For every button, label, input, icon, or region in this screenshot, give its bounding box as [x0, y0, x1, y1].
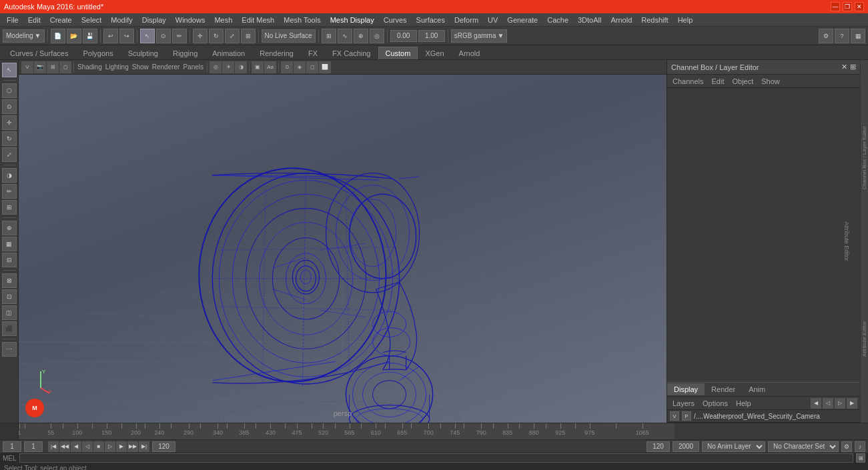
- anim-layer-dropdown[interactable]: No Anim Layer: [702, 441, 765, 452]
- help-button[interactable]: ?: [835, 29, 849, 43]
- open-file-button[interactable]: 📂: [67, 29, 81, 43]
- tab-anim[interactable]: Anim: [742, 383, 772, 395]
- paint-button[interactable]: ✏: [172, 29, 187, 43]
- menu-cache[interactable]: Cache: [543, 15, 572, 25]
- channel-tool[interactable]: ⊠: [2, 273, 17, 288]
- attribute-editor-vert-tab[interactable]: Attribute Editor: [861, 321, 867, 357]
- maximize-button[interactable]: ❐: [843, 2, 852, 11]
- rotate-tool[interactable]: ↻: [2, 131, 17, 146]
- select-tool-button[interactable]: ↖: [140, 29, 155, 43]
- start-frame-input[interactable]: [3, 441, 21, 452]
- snap-point-button[interactable]: ⊕: [354, 29, 368, 43]
- save-file-button[interactable]: 💾: [83, 29, 97, 43]
- layer-playback-button[interactable]: P: [682, 411, 691, 421]
- universal-button[interactable]: ⊞: [241, 29, 256, 43]
- render-tool[interactable]: ⬛: [2, 321, 17, 336]
- vp-menu-show[interactable]: Show: [131, 63, 150, 71]
- viewport[interactable]: V 📷 ⊞ ◻ Shading Lighting Show Renderer P…: [19, 60, 667, 423]
- vp-grid-btn[interactable]: ⊞: [47, 61, 59, 73]
- settings-button[interactable]: ⚙: [819, 29, 833, 43]
- viewport-canvas[interactable]: persp M Y X: [19, 75, 667, 423]
- sculpt-tool[interactable]: ✏: [2, 184, 17, 199]
- tab-fx-caching[interactable]: FX Caching: [325, 47, 378, 59]
- next-frame-button[interactable]: ▶▶: [127, 441, 138, 452]
- vp-menu-shading[interactable]: Shading: [76, 63, 103, 71]
- vp-aa-btn[interactable]: Aa: [264, 61, 276, 73]
- channel-menu-show[interactable]: Show: [759, 77, 783, 85]
- script-editor-button[interactable]: ⊞: [856, 453, 865, 463]
- redo-button[interactable]: ↪: [119, 29, 134, 43]
- mel-input[interactable]: [19, 453, 853, 463]
- tab-polygons[interactable]: Polygons: [75, 47, 120, 59]
- new-file-button[interactable]: 📄: [51, 29, 65, 43]
- tab-arnold[interactable]: Arnold: [452, 47, 488, 59]
- select-tool[interactable]: ↖: [2, 63, 17, 77]
- vp-wireframe-btn[interactable]: ◻: [59, 61, 71, 73]
- layout-tool[interactable]: ⊟: [2, 253, 17, 267]
- paint-select-tool[interactable]: ⬡: [2, 83, 17, 98]
- tab-curves-surfaces[interactable]: Curves / Surfaces: [3, 47, 75, 59]
- menu-edit[interactable]: Edit: [24, 15, 45, 25]
- display-tool[interactable]: ◫: [2, 305, 17, 320]
- tab-animation[interactable]: Animation: [205, 47, 252, 59]
- layers-menu-help[interactable]: Help: [733, 399, 754, 407]
- move-button[interactable]: ✛: [193, 29, 207, 43]
- tab-xgen[interactable]: XGen: [418, 47, 451, 59]
- menu-3dtoall[interactable]: 3DtoAll: [574, 15, 605, 25]
- layers-menu-layers[interactable]: Layers: [670, 399, 697, 407]
- right-panel-resize-icon[interactable]: ⊞: [850, 63, 856, 71]
- menu-arnold[interactable]: Arnold: [606, 15, 636, 25]
- next-key-button[interactable]: ▶: [116, 441, 127, 452]
- tab-display[interactable]: Display: [667, 383, 705, 395]
- vp-xray-btn[interactable]: ◈: [294, 61, 306, 73]
- snap-tool[interactable]: ⊕: [2, 221, 17, 235]
- audio-button[interactable]: ♪: [855, 441, 865, 452]
- channel-menu-object[interactable]: Object: [729, 77, 756, 85]
- vp-shadow-btn[interactable]: ◑: [235, 61, 247, 73]
- menu-help[interactable]: Help: [674, 15, 697, 25]
- soft-mod-tool[interactable]: ◑: [2, 168, 17, 183]
- menu-mesh-display[interactable]: Mesh Display: [326, 15, 378, 25]
- vp-display-btn[interactable]: ◎: [209, 61, 222, 73]
- menu-uv[interactable]: UV: [484, 15, 502, 25]
- lasso-button[interactable]: ⊙: [156, 29, 171, 43]
- vp-menu-view[interactable]: V: [21, 61, 33, 73]
- menu-mesh-tools[interactable]: Mesh Tools: [280, 15, 324, 25]
- value-input-2[interactable]: [418, 30, 445, 42]
- snap-grid-button[interactable]: ⊞: [322, 29, 336, 43]
- layer-arrow-right2[interactable]: ▶: [847, 398, 857, 409]
- layer-arrow-right[interactable]: ▷: [835, 398, 845, 409]
- lasso-tool[interactable]: ⊙: [2, 99, 17, 114]
- end-frame-input[interactable]: [646, 441, 670, 452]
- show-manip-tool[interactable]: ⊞: [2, 200, 17, 215]
- vp-menu-renderer[interactable]: Renderer: [151, 63, 181, 71]
- menu-deform[interactable]: Deform: [450, 15, 482, 25]
- title-bar-controls[interactable]: — ❐ ✕: [831, 2, 864, 11]
- tab-fx[interactable]: FX: [301, 47, 325, 59]
- char-set-dropdown[interactable]: No Character Set: [768, 441, 839, 452]
- tab-rendering[interactable]: Rendering: [252, 47, 301, 59]
- go-end-button[interactable]: ▶|: [139, 441, 149, 452]
- vp-camera-btn[interactable]: 📷: [34, 61, 46, 73]
- menu-display[interactable]: Display: [138, 15, 170, 25]
- menu-redshift[interactable]: Redshift: [637, 15, 672, 25]
- vp-layout-btn[interactable]: ⬜: [319, 61, 331, 73]
- tab-sculpting[interactable]: Sculpting: [121, 47, 165, 59]
- tab-rigging[interactable]: Rigging: [165, 47, 205, 59]
- playback-settings-button[interactable]: ⚙: [841, 441, 852, 452]
- menu-generate[interactable]: Generate: [503, 15, 542, 25]
- channel-menu-edit[interactable]: Edit: [709, 77, 727, 85]
- rotate-button[interactable]: ↻: [209, 29, 224, 43]
- vp-lights-btn[interactable]: ☀: [222, 61, 234, 73]
- menu-mesh[interactable]: Mesh: [210, 15, 236, 25]
- layer-arrow-left2[interactable]: ◁: [823, 398, 833, 409]
- go-start-button[interactable]: |◀: [48, 441, 59, 452]
- minimize-button[interactable]: —: [831, 2, 840, 11]
- menu-select[interactable]: Select: [77, 15, 106, 25]
- misc-tool-1[interactable]: ⋯: [2, 342, 17, 357]
- tab-custom[interactable]: Custom: [378, 47, 418, 59]
- prev-key-button[interactable]: ◀: [71, 441, 81, 452]
- colorspace-dropdown[interactable]: sRGB gamma ▼: [451, 29, 508, 43]
- max-frame-input[interactable]: [673, 441, 699, 452]
- vp-isolate-btn[interactable]: ⊙: [281, 61, 293, 73]
